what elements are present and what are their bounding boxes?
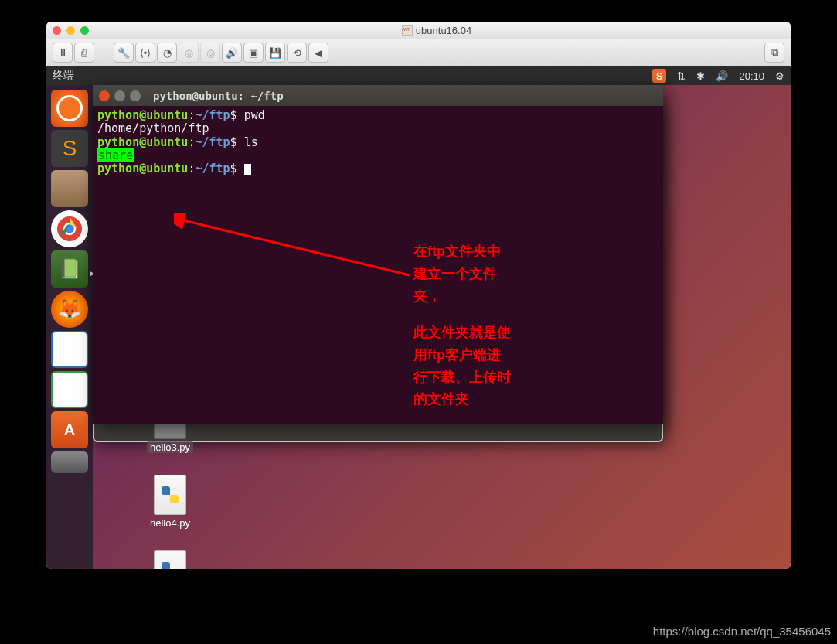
vm-window: ubuntu16.04 ⏸ ⎙ 🔧 ⟨•⟩ ◔ ◎ ◎ 🔊 ▣ 💾 ⟲ ◀ ⧉ … (46, 22, 791, 569)
launcher-files[interactable] (51, 170, 88, 207)
maximize-button[interactable] (80, 26, 89, 35)
pause-button[interactable]: ⏸ (53, 43, 73, 63)
mac-titlebar[interactable]: ubuntu16.04 (46, 22, 791, 39)
ubuntu-desktop[interactable]: 终端 S ⇅ ✱ 🔊 20:10 ⚙ ▶ >_ S (46, 66, 791, 569)
device-icon[interactable]: ⟲ (287, 43, 307, 63)
cd2-icon[interactable]: ◎ (200, 43, 220, 63)
volume-icon[interactable]: 🔊 (716, 70, 728, 82)
file-label: hello3.py (147, 441, 193, 453)
desktop-icons: hello3.py hello4.py (147, 399, 193, 569)
ubuntu-topbar: 终端 S ⇅ ✱ 🔊 20:10 ⚙ (46, 66, 791, 85)
python-file-icon (162, 486, 179, 503)
terminal-minimize-button[interactable] (114, 90, 125, 101)
launcher-chrome[interactable] (51, 210, 88, 247)
desktop-file[interactable] (147, 550, 193, 569)
gear-icon[interactable]: ⚙ (775, 70, 784, 82)
terminal-window[interactable]: python@ubuntu: ~/ftp python@ubuntu:~/ftp… (93, 85, 663, 424)
fullscreen-button[interactable]: ⧉ (764, 43, 784, 63)
python-file-icon (162, 562, 179, 569)
floppy-icon[interactable]: 💾 (265, 43, 285, 63)
ime-indicator[interactable]: S (652, 69, 666, 83)
launcher-books[interactable]: 📗 (51, 250, 88, 288)
disk-icon[interactable]: ◔ (157, 43, 177, 63)
settings-icon[interactable]: 🔧 (114, 43, 134, 63)
cd-icon[interactable]: ◎ (179, 43, 199, 63)
terminal-close-button[interactable] (99, 90, 110, 101)
annotation-text-2: 此文件夹就是使 用ftp客户端进 行下载、上传时 的文件夹 (413, 322, 511, 411)
launcher-writer[interactable] (51, 331, 88, 368)
minimize-button[interactable] (66, 26, 75, 35)
terminal-output[interactable]: python@ubuntu:~/ftp$ pwd /home/python/ft… (93, 106, 663, 179)
close-button[interactable] (53, 26, 61, 35)
launcher-software[interactable] (51, 411, 88, 448)
vm-screen: 终端 S ⇅ ✱ 🔊 20:10 ⚙ ▶ >_ S (46, 66, 791, 569)
active-app-name: 终端 (53, 69, 652, 83)
desktop-file[interactable]: hello4.py (147, 475, 193, 529)
clock[interactable]: 20:10 (739, 70, 764, 82)
window-title: ubuntu16.04 (89, 25, 784, 36)
launcher-firefox[interactable]: 🦊 (51, 291, 88, 328)
annotation-text-1: 在ftp文件夹中 建立一个文件 夹， (413, 240, 501, 307)
dash-button[interactable] (51, 90, 88, 127)
watermark: https://blog.csdn.net/qq_35456045 (653, 625, 831, 638)
network-icon[interactable]: ⟨•⟩ (135, 43, 155, 63)
launcher-calc[interactable] (51, 371, 88, 408)
unity-launcher: ▶ >_ S 📗 🦊 (46, 85, 93, 569)
launcher-workspace[interactable] (51, 451, 88, 473)
display-icon[interactable]: ▣ (243, 43, 264, 63)
sound-icon[interactable]: 🔊 (222, 43, 242, 63)
terminal-title: python@ubuntu: ~/ftp (153, 90, 284, 102)
window-title-text: ubuntu16.04 (416, 25, 471, 36)
terminal-titlebar[interactable]: python@ubuntu: ~/ftp (93, 85, 663, 106)
terminal-maximize-button[interactable] (130, 90, 141, 101)
window-controls (53, 26, 89, 35)
network-updown-icon[interactable]: ⇅ (677, 70, 686, 82)
cursor (244, 164, 251, 175)
launcher-sublime[interactable]: S (51, 130, 88, 167)
back-icon[interactable]: ◀ (308, 43, 328, 63)
vm-toolbar: ⏸ ⎙ 🔧 ⟨•⟩ ◔ ◎ ◎ 🔊 ▣ 💾 ⟲ ◀ ⧉ (46, 39, 791, 66)
vm-icon (402, 25, 413, 36)
file-label: hello4.py (150, 517, 190, 529)
bluetooth-icon[interactable]: ✱ (696, 70, 705, 82)
snapshot-button[interactable]: ⎙ (74, 43, 94, 63)
